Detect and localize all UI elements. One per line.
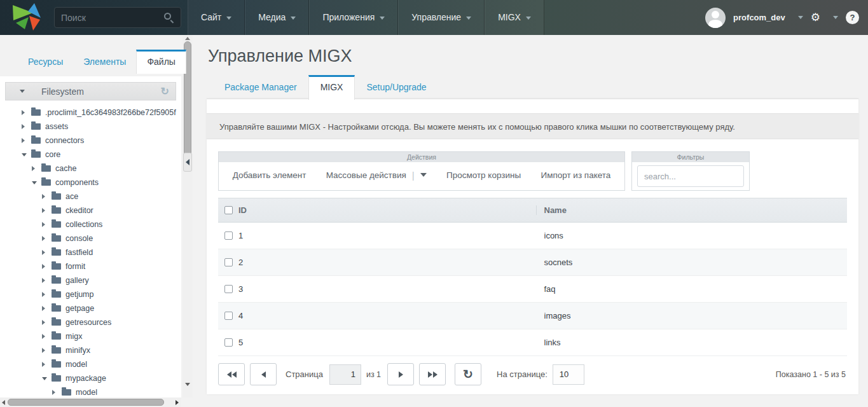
tab-elements[interactable]: Элементы — [73, 50, 136, 74]
tree-item[interactable]: console — [0, 231, 181, 245]
expand-icon[interactable] — [42, 278, 45, 283]
expand-icon[interactable] — [42, 362, 45, 367]
global-search-input[interactable] — [54, 7, 181, 28]
scroll-down-icon[interactable] — [185, 383, 190, 386]
row-checkbox[interactable] — [224, 258, 233, 266]
button-separator: | — [412, 170, 415, 181]
select-all-checkbox[interactable] — [224, 206, 233, 214]
view-trash-button[interactable]: Просмотр корзины — [446, 170, 521, 180]
tree-item[interactable]: core — [0, 148, 181, 162]
refresh-button[interactable]: ↻ — [455, 363, 481, 385]
nav-media[interactable]: Медиа — [245, 0, 309, 35]
sidebar-vertical-scrollbar[interactable] — [183, 35, 193, 397]
nav-manage[interactable]: Управление — [398, 0, 485, 35]
tab-setup-upgrade[interactable]: Setup/Upgrade — [355, 75, 437, 99]
tree-item[interactable]: model — [0, 357, 181, 371]
nav-migx[interactable]: MIGX — [485, 0, 544, 35]
tree-item[interactable]: gallery — [0, 273, 181, 287]
column-header-name[interactable]: Name — [536, 205, 848, 215]
refresh-icon[interactable]: ↻ — [161, 85, 169, 97]
table-row[interactable]: 5 links — [218, 329, 847, 356]
expand-icon[interactable] — [42, 264, 45, 269]
tab-files[interactable]: Файлы — [136, 50, 186, 74]
expand-icon[interactable] — [42, 320, 45, 325]
bulk-actions-caret[interactable] — [420, 173, 427, 177]
first-page-button[interactable] — [218, 363, 245, 385]
horizontal-scroll-thumb[interactable] — [8, 399, 164, 406]
tree-item[interactable]: .proclimit_16c364983f266be72f5905f — [0, 106, 181, 120]
table-row[interactable]: 4 images — [218, 303, 847, 329]
per-page-input[interactable] — [553, 364, 584, 385]
table-row[interactable]: 3 faq — [218, 276, 847, 303]
tree-item[interactable]: connectors — [0, 134, 181, 148]
tree-item[interactable]: ace — [0, 190, 181, 204]
last-page-button[interactable] — [419, 363, 446, 385]
prev-page-button[interactable] — [250, 363, 277, 385]
expand-icon[interactable] — [42, 236, 45, 241]
modx-logo-icon[interactable] — [11, 3, 42, 32]
row-checkbox[interactable] — [224, 312, 233, 320]
collapse-icon[interactable] — [42, 377, 47, 380]
tree-item[interactable]: getresources — [0, 315, 181, 329]
tab-package-manager[interactable]: Package Manager — [213, 75, 308, 99]
expand-icon[interactable] — [42, 194, 45, 199]
tree-item[interactable]: formit — [0, 259, 181, 273]
tree-item[interactable]: assets — [0, 120, 181, 134]
tree-item[interactable]: model — [0, 385, 181, 397]
expand-icon[interactable] — [42, 348, 45, 353]
expand-icon[interactable] — [42, 208, 45, 213]
expand-icon[interactable] — [42, 292, 45, 297]
tree-item[interactable]: mypackage — [0, 371, 181, 385]
tree-item[interactable]: migx — [0, 329, 181, 343]
sidebar-horizontal-scrollbar[interactable] — [0, 397, 181, 407]
tab-resources[interactable]: Ресурсы — [18, 50, 73, 74]
row-checkbox[interactable] — [224, 285, 233, 293]
chevron-down-icon[interactable] — [798, 16, 803, 19]
avatar[interactable] — [705, 8, 726, 28]
tree-item[interactable]: getpage — [0, 301, 181, 315]
table-row[interactable]: 1 icons — [218, 223, 847, 249]
expand-icon[interactable] — [42, 334, 45, 339]
nav-site[interactable]: Сайт — [188, 0, 245, 35]
row-checkbox[interactable] — [224, 231, 233, 240]
collapse-icon[interactable] — [32, 181, 37, 184]
scroll-up-icon[interactable] — [185, 37, 190, 40]
tab-migx[interactable]: MIGX — [308, 75, 355, 100]
help-icon[interactable]: ? — [846, 11, 859, 24]
bulk-actions-button[interactable]: Массовые действия — [326, 170, 406, 180]
tree-item[interactable]: cache — [0, 162, 181, 176]
expand-icon[interactable] — [32, 166, 35, 171]
tree-item[interactable]: ckeditor — [0, 204, 181, 217]
chevron-down-icon[interactable] — [833, 16, 838, 19]
tree-item[interactable]: collections — [0, 217, 181, 231]
add-item-button[interactable]: Добавить элемент — [233, 170, 307, 180]
expand-icon[interactable] — [22, 110, 25, 115]
tree-item[interactable]: fastfield — [0, 245, 181, 259]
nav-apps[interactable]: Приложения — [309, 0, 398, 35]
column-header-id[interactable]: ID — [238, 205, 536, 215]
page-number-input[interactable] — [329, 364, 361, 385]
collapse-icon[interactable] — [22, 153, 27, 156]
expand-icon[interactable] — [42, 222, 45, 227]
tree-item[interactable]: getjump — [0, 287, 181, 301]
filesystem-header[interactable]: Filesystem ↻ — [5, 82, 176, 100]
row-checkbox[interactable] — [224, 338, 233, 347]
expand-icon[interactable] — [42, 306, 45, 311]
search-icon[interactable] — [164, 13, 171, 20]
table-row[interactable]: 2 socnets — [218, 249, 847, 276]
username[interactable]: profcom_dev — [733, 13, 785, 22]
import-from-package-button[interactable]: Импорт из пакета — [541, 170, 610, 180]
scroll-left-icon[interactable] — [2, 400, 5, 405]
scroll-right-icon[interactable] — [176, 400, 179, 405]
chevron-down-icon[interactable] — [20, 90, 25, 93]
sidebar-collapse-handle[interactable] — [183, 153, 192, 172]
expand-icon[interactable] — [22, 124, 25, 129]
expand-icon[interactable] — [42, 250, 45, 255]
gear-icon[interactable]: ⚙ — [811, 11, 820, 24]
tree-item[interactable]: minifyx — [0, 343, 181, 357]
expand-icon[interactable] — [52, 390, 55, 395]
tree-item[interactable]: components — [0, 176, 181, 190]
filter-search-input[interactable] — [637, 165, 744, 187]
expand-icon[interactable] — [22, 138, 25, 143]
next-page-button[interactable] — [387, 363, 414, 385]
